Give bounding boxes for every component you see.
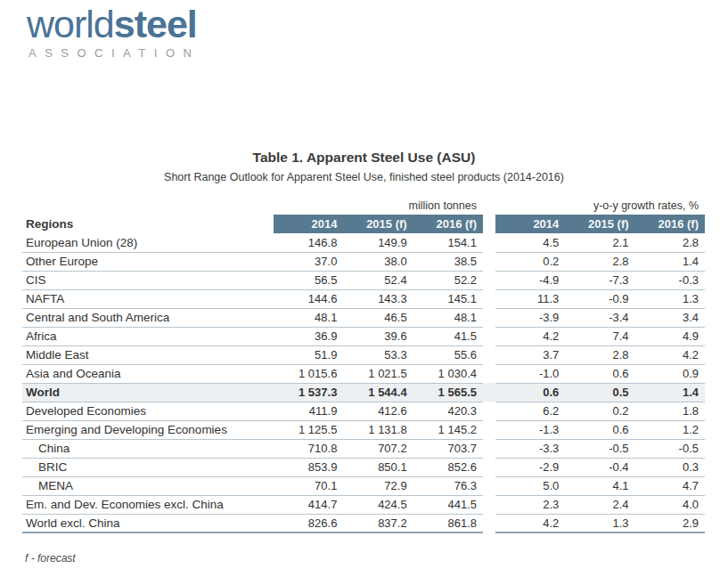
table-subtitle: Short Range Outlook for Apparent Steel U…: [0, 171, 728, 183]
tonnes-value: 46.5: [343, 308, 413, 327]
region-label: Central and South America: [22, 308, 274, 327]
growth-value: 1.4: [635, 252, 705, 271]
table-row: CIS56.552.452.2-4.9-7.3-0.3: [22, 271, 705, 289]
tonnes-value: 1 030.4: [413, 364, 483, 383]
year-header-row: Regions 2014 2015 (f) 2016 (f) 2014 2015…: [22, 215, 705, 233]
growth-value: 2.3: [495, 495, 565, 514]
growth-value: 4.9: [635, 327, 705, 345]
growth-value: 11.3: [495, 289, 565, 308]
growth-value: 1.4: [635, 383, 705, 402]
tonnes-value: 1 537.3: [274, 383, 343, 402]
tonnes-value: 1 021.5: [343, 364, 413, 383]
logo-association: ASSOCIATION: [29, 46, 200, 60]
region-label: NAFTA: [22, 289, 274, 308]
growth-value: 2.4: [565, 495, 634, 514]
tonnes-value: 1 145.2: [413, 420, 483, 439]
tonnes-value: 707.2: [343, 439, 413, 458]
table-row: World excl. China826.6837.2861.84.21.32.…: [22, 514, 705, 532]
tonnes-value: 441.5: [413, 495, 483, 514]
col-header-2016f-tonnes: 2016 (f): [413, 215, 483, 233]
growth-value: 1.8: [635, 402, 705, 420]
column-group-gap: [483, 439, 495, 458]
tonnes-value: 1 131.8: [343, 420, 413, 439]
tonnes-value: 424.5: [343, 495, 413, 514]
col-header-2015f-growth: 2015 (f): [565, 215, 634, 233]
table-row: Middle East51.953.355.63.72.84.2: [22, 345, 705, 364]
logo-steel: steel: [114, 3, 197, 45]
region-label: Middle East: [22, 345, 274, 364]
asu-table: million tonnes y-o-y growth rates, % Reg…: [22, 197, 705, 533]
tonnes-value: 48.1: [274, 308, 343, 327]
table-row: Em. and Dev. Economies excl. China414.74…: [22, 495, 705, 514]
region-label: Developed Economies: [22, 402, 274, 420]
column-group-gap: [483, 458, 495, 476]
logo-wordmark: worldsteel: [27, 4, 200, 45]
growth-value: 5.0: [495, 476, 565, 495]
col-header-2014-growth: 2014: [495, 215, 565, 233]
column-group-gap: [483, 327, 495, 345]
region-label: Other Europe: [22, 252, 274, 271]
growth-value: 0.9: [635, 364, 705, 383]
growth-value: 4.5: [495, 233, 565, 252]
table-row: MENA70.172.976.35.04.14.7: [22, 476, 705, 495]
tonnes-value: 52.4: [343, 271, 413, 289]
tonnes-value: 149.9: [343, 233, 413, 252]
region-label: China: [22, 439, 274, 458]
column-group-gap: [483, 233, 495, 252]
growth-value: 4.7: [635, 476, 705, 495]
growth-value: 1.3: [565, 514, 634, 532]
tonnes-value: 710.8: [274, 439, 343, 458]
growth-value: 4.0: [635, 495, 705, 514]
region-label: Asia and Oceania: [22, 364, 274, 383]
table-row: Africa36.939.641.54.27.44.9: [22, 327, 705, 345]
regions-header: Regions: [22, 215, 274, 233]
tonnes-value: 55.6: [413, 345, 483, 364]
tonnes-value: 852.6: [413, 458, 483, 476]
page: worldsteel ASSOCIATION Table 1. Apparent…: [0, 0, 728, 577]
title-block: Table 1. Apparent Steel Use (ASU) Short …: [0, 150, 728, 183]
growth-value: -0.5: [635, 439, 705, 458]
region-label: BRIC: [22, 458, 274, 476]
growth-value: -1.0: [495, 364, 565, 383]
table-row: NAFTA144.6143.3145.111.3-0.91.3: [22, 289, 705, 308]
growth-value: 2.8: [635, 233, 705, 252]
tonnes-value: 411.9: [274, 402, 343, 420]
growth-value: -3.9: [495, 308, 565, 327]
tonnes-value: 53.3: [343, 345, 413, 364]
column-group-gap: [483, 402, 495, 420]
growth-value: -3.3: [495, 439, 565, 458]
logo-world: world: [27, 3, 114, 45]
tonnes-value: 76.3: [413, 476, 483, 495]
tonnes-value: 853.9: [274, 458, 343, 476]
group-label-spacer: [22, 197, 274, 215]
col-header-2015f-tonnes: 2015 (f): [343, 215, 413, 233]
growth-value: 3.7: [495, 345, 565, 364]
tonnes-value: 412.6: [343, 402, 413, 420]
tonnes-value: 154.1: [413, 233, 483, 252]
growth-value: 7.4: [565, 327, 634, 345]
tonnes-value: 1 544.4: [343, 383, 413, 402]
tonnes-value: 146.8: [274, 233, 343, 252]
growth-value: 0.2: [495, 252, 565, 271]
tonnes-value: 56.5: [274, 271, 343, 289]
growth-value: 4.2: [495, 514, 565, 532]
growth-value: 1.2: [635, 420, 705, 439]
column-group-gap: [483, 476, 495, 495]
region-label: Em. and Dev. Economies excl. China: [22, 495, 274, 514]
growth-value: 2.9: [635, 514, 705, 532]
group-label-tonnes: million tonnes: [274, 197, 483, 215]
growth-value: 0.3: [635, 458, 705, 476]
growth-value: 6.2: [495, 402, 565, 420]
tonnes-value: 1 565.5: [413, 383, 483, 402]
table-row: World1 537.31 544.41 565.50.60.51.4: [22, 383, 705, 402]
column-group-gap: [483, 215, 495, 233]
growth-value: 0.2: [565, 402, 634, 420]
region-label: World excl. China: [22, 514, 274, 532]
tonnes-value: 52.2: [413, 271, 483, 289]
growth-value: -2.9: [495, 458, 565, 476]
region-label: European Union (28): [22, 233, 274, 252]
tonnes-value: 414.7: [274, 495, 343, 514]
region-label: World: [22, 383, 274, 402]
growth-value: -1.3: [495, 420, 565, 439]
tonnes-value: 41.5: [413, 327, 483, 345]
